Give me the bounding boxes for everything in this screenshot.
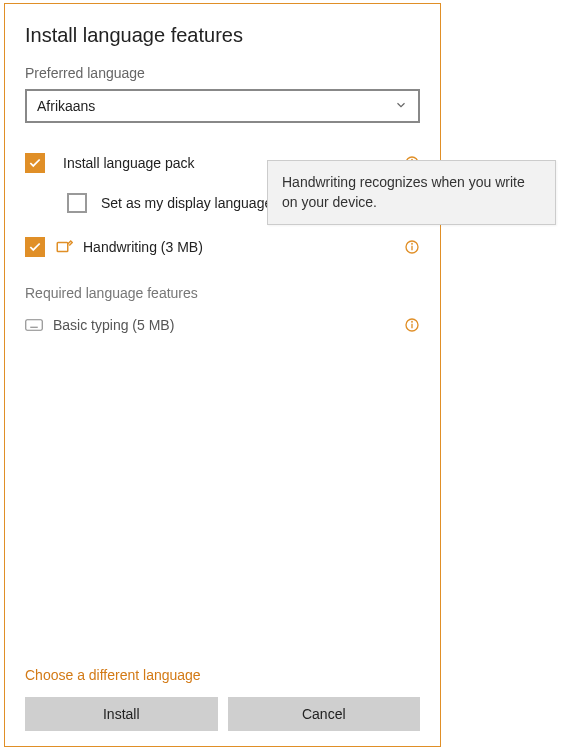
page-title: Install language features (25, 24, 420, 47)
required-basic-typing: Basic typing (5 MB) (25, 313, 420, 337)
basic-typing-label: Basic typing (5 MB) (53, 317, 404, 333)
preferred-language-dropdown[interactable]: Afrikaans (25, 89, 420, 123)
preferred-language-label: Preferred language (25, 65, 420, 81)
install-button[interactable]: Install (25, 697, 218, 731)
feature-handwriting: Handwriting (3 MB) (25, 233, 420, 261)
svg-point-6 (412, 243, 413, 244)
spacer (25, 347, 420, 667)
handwriting-tooltip: Handwriting recognizes when you write on… (267, 160, 556, 225)
install-language-panel: Install language features Preferred lang… (4, 3, 441, 747)
choose-different-language-link[interactable]: Choose a different language (25, 667, 420, 683)
button-row: Install Cancel (25, 697, 420, 731)
info-icon[interactable] (404, 317, 420, 333)
cancel-button[interactable]: Cancel (228, 697, 421, 731)
required-features-label: Required language features (25, 285, 420, 301)
keyboard-icon (25, 316, 43, 334)
handwriting-icon (55, 238, 73, 256)
install-pack-checkbox[interactable] (25, 153, 45, 173)
handwriting-checkbox[interactable] (25, 237, 45, 257)
display-language-checkbox[interactable] (67, 193, 87, 213)
dropdown-value: Afrikaans (37, 98, 95, 114)
svg-rect-7 (26, 320, 43, 331)
svg-rect-3 (57, 243, 68, 252)
chevron-down-icon (394, 98, 408, 115)
tooltip-text: Handwriting recognizes when you write on… (282, 174, 525, 210)
handwriting-label: Handwriting (3 MB) (83, 239, 404, 255)
info-icon[interactable] (404, 239, 420, 255)
svg-point-15 (412, 321, 413, 322)
